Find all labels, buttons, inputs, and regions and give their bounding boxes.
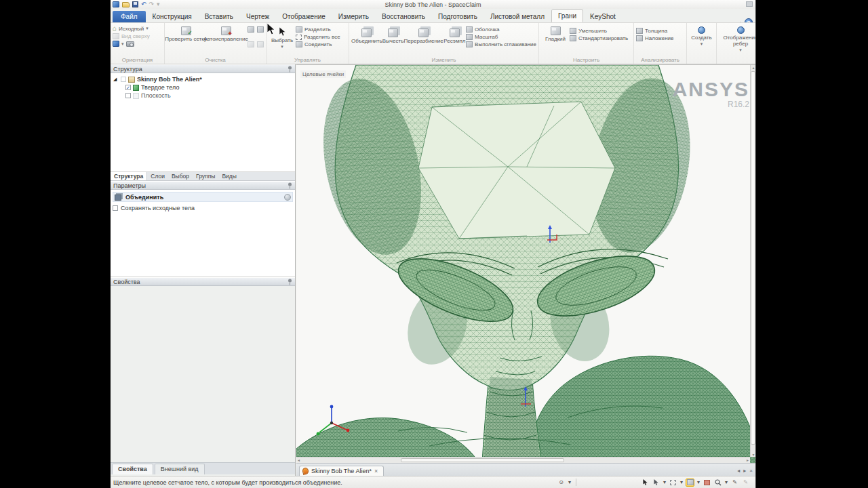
tab-facets[interactable]: Грани [551, 9, 583, 22]
root-label[interactable]: Skinny Bob The Alien* [137, 76, 202, 83]
expand-icon[interactable]: ◢ [113, 77, 119, 82]
home-view-button[interactable]: ⌂ Исходный ▾ [113, 25, 162, 32]
spin-icon[interactable] [113, 41, 119, 47]
nav-right-icon[interactable]: ▸ [743, 468, 746, 474]
tab-prepare[interactable]: Подготовить [432, 11, 484, 22]
tab-detail[interactable]: Чертеж [240, 11, 275, 22]
select-mode-icon[interactable] [652, 479, 660, 487]
check-mesh-button[interactable]: ✓ Проверить сетку [167, 25, 205, 56]
shell-button[interactable]: Оболочка [466, 26, 536, 33]
cleanup-icon-3[interactable] [248, 41, 254, 47]
snapshot-icon[interactable] [126, 41, 134, 47]
tab-display[interactable]: Отображение [276, 11, 332, 22]
smooth-button[interactable]: Гладкий [541, 25, 570, 56]
check-mesh-icon: ✓ [181, 26, 191, 35]
zoom-tool-icon[interactable] [713, 479, 722, 487]
autofix-button[interactable]: ✦ Автоисправление [205, 25, 247, 56]
smooth-all-button[interactable]: Выполнить сглаживание [466, 41, 536, 47]
scroll-left-icon[interactable]: ◂ [298, 458, 300, 463]
keep-originals-checkbox[interactable] [113, 205, 118, 211]
group-orientation: ⌂ Исходный ▾ Вид сверху ▾ Ориентация [111, 23, 165, 64]
tab-repair[interactable]: Восстановить [376, 11, 431, 22]
cleanup-icon-4[interactable] [257, 41, 264, 47]
merge-option-row[interactable]: Объединить [113, 192, 293, 202]
vertical-scroll-thumb[interactable] [751, 71, 755, 445]
pointer-tool-icon[interactable] [641, 479, 650, 487]
dropdown-icon[interactable]: ▾ [724, 479, 728, 487]
alien-mesh-model[interactable]: ANSYS R16.2 [296, 65, 756, 463]
pin-icon[interactable] [288, 279, 292, 285]
horizontal-scroll-thumb[interactable] [401, 458, 564, 462]
pin-icon[interactable] [288, 66, 292, 73]
overlay-button[interactable]: Наложение [636, 35, 684, 41]
horizontal-scrollbar[interactable]: ◂ ▸ [296, 457, 750, 463]
tab-keyshot[interactable]: KeyShot [584, 11, 622, 22]
remesh-button[interactable]: Переразбиение [403, 25, 443, 56]
tab-file[interactable]: Файл [113, 11, 146, 22]
options-title: Параметры [113, 182, 146, 189]
bottom-tab-appearance[interactable]: Внешний вид [155, 464, 205, 474]
cleanup-icon-2[interactable] [257, 26, 264, 33]
thickness-button[interactable]: Толщина [636, 28, 684, 34]
box-select-icon[interactable] [703, 479, 711, 487]
paint-select-icon[interactable] [686, 479, 694, 487]
dropdown-icon[interactable]: ▾ [696, 479, 701, 487]
panel-tab-groups[interactable]: Группы [193, 172, 218, 180]
tree-row-root[interactable]: ◢ Skinny Bob The Alien* [113, 75, 295, 83]
pencil-tool-icon[interactable]: ✎ [730, 479, 739, 487]
option-info-icon[interactable] [284, 194, 291, 201]
standardize-button[interactable]: Стандартизировать [570, 35, 628, 41]
split-icon [296, 26, 302, 33]
dropdown-icon[interactable]: ▾ [568, 479, 572, 487]
panel-tab-selection[interactable]: Выбор [168, 172, 193, 180]
plane-label[interactable]: Плоскость [141, 92, 171, 99]
panel-tab-views[interactable]: Виды [218, 172, 240, 180]
pencil-tool-disabled-icon[interactable]: ✎ [741, 479, 750, 487]
dropdown-icon[interactable]: ▾ [679, 479, 684, 487]
tab-sheetmetal[interactable]: Листовой металл [484, 11, 551, 22]
solid-checkbox[interactable]: ✓ [125, 85, 131, 90]
tab-design[interactable]: Конструкция [146, 11, 198, 22]
stitch-button[interactable]: Соединить [296, 41, 340, 47]
subtract-button[interactable]: Вычесть [382, 25, 404, 56]
marquee-select-icon[interactable] [669, 479, 677, 487]
status-bar: Щелкните целевое сетчатое тело, с которы… [111, 476, 755, 488]
properties-title: Свойства [113, 279, 140, 285]
titlebar-right-icon[interactable] [746, 1, 753, 7]
nav-close-icon[interactable]: × [749, 468, 753, 474]
plane-checkbox[interactable] [125, 93, 131, 98]
split-button[interactable]: Разделить [296, 26, 340, 33]
keep-originals-row[interactable]: Сохранять исходные тела [113, 205, 293, 211]
view-top-button[interactable]: Вид сверху [113, 33, 162, 39]
close-icon[interactable]: × [374, 468, 378, 474]
reduce-button[interactable]: Уменьшить [570, 28, 628, 34]
structure-tree: ◢ Skinny Bob The Alien* ✓ Твердое тело П… [111, 73, 295, 172]
vertical-scrollbar[interactable]: ▴ ▾ [750, 65, 756, 457]
tab-measure[interactable]: Измерить [332, 11, 375, 22]
pin-icon[interactable] [288, 182, 292, 189]
root-checkbox[interactable] [121, 77, 126, 82]
tree-row-solid[interactable]: ✓ Твердое тело [113, 83, 295, 92]
tab-insert[interactable]: Вставить [199, 11, 239, 22]
split-all-button[interactable]: Разделить все [296, 34, 340, 40]
dropdown-icon[interactable]: ▾ [121, 41, 124, 47]
scroll-up-icon[interactable]: ▴ [752, 65, 754, 70]
panel-tab-layers[interactable]: Слои [147, 172, 168, 180]
bottom-tab-properties[interactable]: Свойства [112, 464, 153, 474]
document-tab[interactable]: Skinny Bob The Alien* × [299, 466, 384, 476]
scroll-right-icon[interactable]: ▸ [747, 458, 749, 463]
scroll-down-icon[interactable]: ▾ [752, 452, 754, 457]
merge-button[interactable]: Объединить [351, 25, 382, 56]
resample-button[interactable]: Ресэмпл [443, 25, 466, 56]
panel-tab-structure[interactable]: Структура [111, 172, 147, 180]
solid-label[interactable]: Твердое тело [141, 84, 179, 91]
edge-display-button[interactable]: Отображение ребер ▾ [719, 25, 755, 52]
nav-left-icon[interactable]: ◂ [737, 468, 740, 474]
scale-button[interactable]: Масштаб [466, 34, 536, 40]
cleanup-icon-1[interactable] [248, 26, 254, 33]
detach-icon[interactable]: ⊙ [557, 479, 566, 487]
dropdown-icon[interactable]: ▾ [663, 479, 667, 487]
create-button[interactable]: Создать ▾ [689, 25, 714, 46]
viewport-3d[interactable]: Целевые ячейки [296, 64, 756, 463]
tree-row-plane[interactable]: Плоскость [113, 92, 295, 100]
